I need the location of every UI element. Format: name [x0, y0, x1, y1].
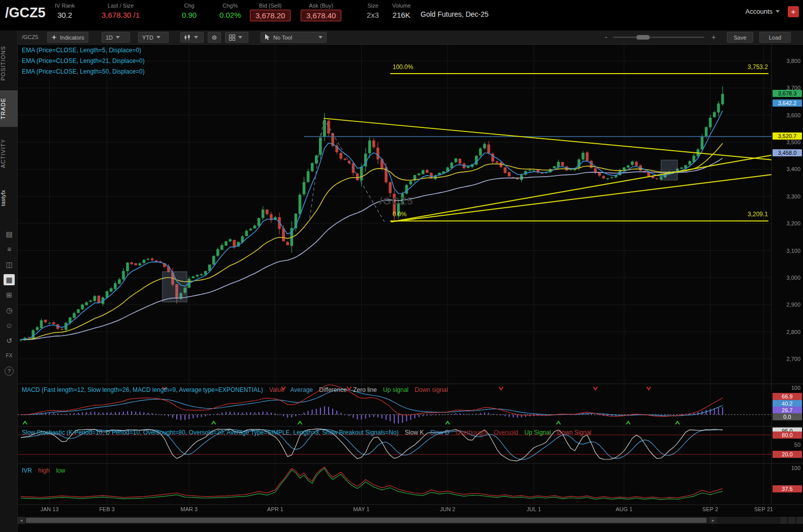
chart-icon[interactable]: ▦: [4, 274, 15, 285]
macd-avg-badge: 40.2: [773, 400, 802, 407]
macd-title: MACD (Fast length=12, Slow length=26, MA…: [22, 386, 263, 393]
ivr-high-legend: high: [38, 467, 50, 474]
fib-low-pct-label: 0.0%: [393, 211, 406, 218]
macd-zero-legend: Zero line: [353, 386, 377, 393]
drawing-tool-label: No Tool: [273, 35, 292, 41]
study-legend: EMA (Price=CLOSE, Length=5, Displace=0) …: [22, 47, 145, 79]
indicators-icon: [51, 35, 57, 40]
ask-label: Ask (Buy): [301, 3, 341, 9]
load-button[interactable]: Load: [759, 32, 791, 43]
volume-value: 216K: [392, 11, 411, 19]
macd-value-badge: 66.9: [773, 393, 802, 400]
history-icon[interactable]: ↺: [4, 335, 15, 346]
drawing-tool-dropdown[interactable]: No Tool: [261, 32, 327, 43]
help-icon[interactable]: ?: [5, 367, 14, 376]
chart-scrollbar[interactable]: ◂ ▸: [18, 517, 803, 524]
chart-panel: EMA (Price=CLOSE, Length=5, Displace=0) …: [18, 45, 803, 515]
scrollbar-option-3[interactable]: [796, 517, 803, 524]
ema50-badge: 3,458.0: [773, 149, 802, 156]
stoch-down-signal-legend: Down Signal: [557, 429, 591, 436]
quote-header: /GCZ5 IV Rank 30.2 Last / Size 3,678.30 …: [0, 0, 803, 30]
scrollbar-option-1[interactable]: [780, 517, 787, 524]
price-chart-canvas[interactable]: [18, 45, 803, 515]
header-symbol: /GCZ5: [5, 5, 46, 21]
candlestick-icon: [184, 35, 191, 41]
chg-value: 0.90: [182, 11, 197, 19]
chg-pct-field: Chg% 0.02%: [219, 3, 241, 19]
scrollbar-option-2[interactable]: [788, 517, 795, 524]
alert-button[interactable]: +: [788, 6, 799, 17]
range-dropdown[interactable]: YTD: [138, 32, 169, 43]
symbol-watermark: /GCZ5: [379, 195, 413, 207]
ivr-label: IVR high low: [22, 467, 70, 474]
macd-up-signal-legend: Up signal: [383, 386, 408, 393]
stoch-k-legend: Slow K: [405, 429, 424, 436]
last-size-value: /1: [134, 11, 140, 19]
stoch-ob-badge: 80.0: [773, 431, 802, 439]
save-label: Save: [733, 35, 746, 41]
layout-dropdown[interactable]: [225, 32, 248, 43]
scroll-right-arrow[interactable]: ▸: [710, 517, 717, 524]
list-icon[interactable]: ≡: [4, 244, 15, 255]
stoch-oversold-legend: Oversold: [494, 429, 518, 436]
macd-average-legend: Average: [291, 386, 313, 393]
accounts-menu[interactable]: Accounts: [746, 8, 780, 15]
sidebar-tab-tastyfx[interactable]: tastyfx: [0, 180, 18, 216]
settings-button[interactable]: [208, 32, 221, 43]
ask-field: Ask (Buy) 3,678.40: [301, 3, 341, 21]
grid-layout-icon: [229, 35, 235, 41]
last-size-label: Last / Size: [102, 3, 140, 9]
bid-label: Bid (Sell): [250, 3, 291, 9]
load-label: Load: [769, 35, 781, 41]
ask-button[interactable]: 3,678.40: [301, 10, 341, 21]
chart-workspace: /GCZ5 Indicators 1D YTD: [18, 30, 803, 532]
ivr-title: IVR: [22, 467, 32, 474]
chevron-down-icon: [238, 36, 242, 39]
news-icon[interactable]: ▤: [4, 228, 15, 240]
clock-icon[interactable]: ◷: [4, 305, 15, 316]
fx-icon[interactable]: FX: [4, 350, 15, 361]
cursor-icon: [265, 34, 270, 41]
chevron-down-icon: [116, 36, 120, 39]
zoom-slider-thumb[interactable]: [636, 35, 650, 40]
stoch-d-legend: Slow D: [430, 429, 449, 436]
sidebar-tab-positions[interactable]: POSITIONS: [0, 38, 18, 89]
size-value: 2x3: [367, 11, 379, 19]
chevron-down-icon: [776, 10, 780, 13]
widgets-icon[interactable]: ⊞: [4, 289, 15, 301]
zoom-in-button[interactable]: +: [712, 33, 716, 41]
sidebar-tab-trade[interactable]: TRADE: [0, 90, 18, 127]
bid-button[interactable]: 3,678.20: [250, 10, 291, 21]
macd-down-signal-legend: Down signal: [415, 386, 448, 393]
zoom-out-button[interactable]: -: [605, 33, 607, 41]
last-price-badge: 3,678.3: [773, 90, 802, 97]
zoom-slider[interactable]: [613, 37, 704, 38]
fib-high-pct-label: 100.0%: [393, 63, 413, 71]
chg-field: Chg 0.90: [182, 3, 197, 19]
chevron-down-icon: [156, 36, 160, 39]
save-button[interactable]: Save: [727, 32, 753, 43]
orders-icon[interactable]: ◫: [4, 259, 15, 270]
scrollbar-thumb[interactable]: [26, 518, 706, 523]
ema5-badge: 3,642.2: [773, 99, 802, 107]
size-field: Size 2x3: [367, 3, 379, 19]
iv-rank-value: 30.2: [55, 11, 75, 19]
ivr-badge: 37.5: [773, 485, 802, 492]
people-icon[interactable]: ☺: [4, 320, 15, 331]
timeframe-dropdown[interactable]: 1D: [102, 32, 130, 43]
macd-label: MACD (Fast length=12, Slow length=26, MA…: [22, 386, 453, 393]
chg-pct-value: 0.02%: [219, 11, 241, 19]
macd-value-legend: Value: [269, 386, 284, 393]
stoch-os-badge: 20.0: [773, 451, 802, 458]
chart-type-dropdown[interactable]: [180, 32, 204, 43]
left-sidebar: POSITIONS TRADE ACTIVITY tastyfx ▤ ≡ ◫ ▦…: [0, 30, 18, 532]
stoch-label: Slow Stochastic (K Period=10, D Period=1…: [22, 429, 596, 436]
sidebar-tab-activity[interactable]: ACTIVITY: [0, 130, 18, 177]
ema50-legend: EMA (Price=CLOSE, Length=50, Displace=0): [22, 68, 145, 79]
indicators-button[interactable]: Indicators: [47, 32, 88, 43]
macd-diff-badge: 26.7: [773, 407, 802, 414]
chevron-down-icon: [318, 36, 323, 39]
volume-field: Volume 216K: [392, 3, 411, 19]
scroll-left-arrow[interactable]: ◂: [18, 517, 25, 524]
iv-rank-field: IV Rank 30.2: [55, 3, 75, 19]
